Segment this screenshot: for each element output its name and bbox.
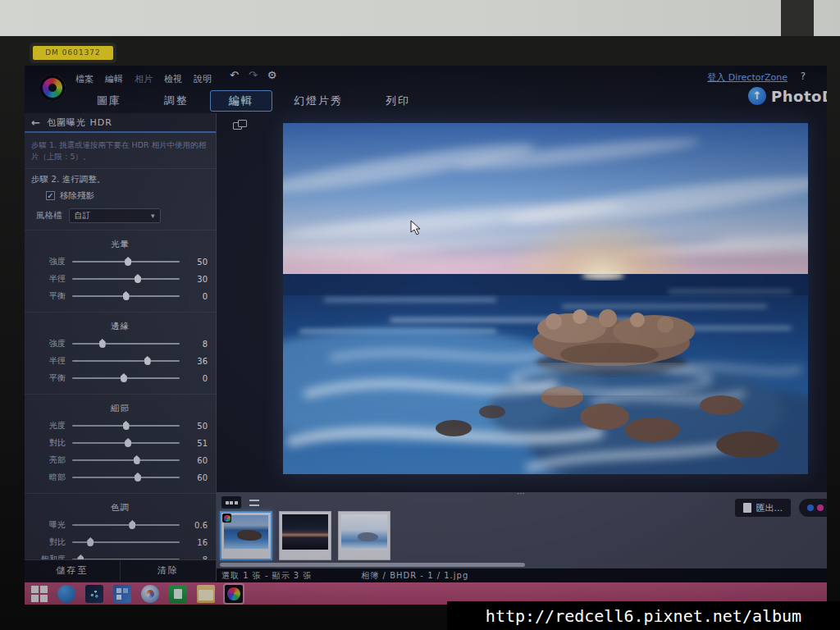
slider-row: 亮部60: [25, 452, 216, 469]
slider-row: 對比51: [25, 435, 216, 452]
slider-track[interactable]: [72, 524, 180, 526]
slider-handle[interactable]: [125, 257, 131, 266]
compare-view-icon[interactable]: [233, 120, 247, 130]
thumbnail-1[interactable]: [220, 511, 272, 560]
slider-row: 平衡0: [25, 370, 216, 387]
slider-handle[interactable]: [99, 339, 106, 348]
slider-track[interactable]: [72, 261, 180, 262]
ie-icon[interactable]: [57, 585, 75, 603]
slider-track[interactable]: [72, 425, 180, 427]
slider-track[interactable]: [72, 295, 180, 297]
horizontal-scrollbar[interactable]: [220, 563, 525, 567]
slider-handle[interactable]: [121, 373, 127, 382]
slider-row: 半徑30: [25, 271, 216, 288]
brand-name: PhotoDi: [771, 88, 827, 105]
gear-icon[interactable]: ⚙: [267, 69, 277, 81]
thumbnail-2[interactable]: [279, 511, 331, 560]
album-path: 相簿 / BHDR - 1 / 1.jpg: [361, 570, 468, 582]
slider-value: 50: [186, 422, 208, 431]
slider-track[interactable]: [72, 278, 180, 280]
share-button[interactable]: 分享: [799, 499, 827, 517]
slider-track[interactable]: [72, 477, 180, 478]
slider-handle[interactable]: [135, 274, 141, 283]
status-bar: 選取 1 張 - 顯示 3 張 相簿 / BHDR - 1 / 1.jpg: [217, 568, 827, 582]
slider-handle[interactable]: [123, 291, 130, 300]
undo-icon[interactable]: ↶: [230, 69, 239, 81]
slider-label: 光度: [30, 420, 66, 431]
menu-photo[interactable]: 相片: [135, 73, 153, 85]
folder-icon[interactable]: [197, 585, 215, 603]
start-icon[interactable]: [31, 586, 48, 602]
tab-library[interactable]: 圖庫: [75, 90, 143, 112]
clear-button[interactable]: 清除: [120, 560, 216, 581]
back-arrow-icon[interactable]: ←: [31, 116, 40, 129]
divider: [25, 394, 216, 395]
tiles-icon[interactable]: [113, 585, 131, 603]
redo-icon[interactable]: ↷: [249, 69, 258, 81]
tab-adjustment[interactable]: 調整: [143, 90, 210, 112]
asset-sticker: DM 0601372: [33, 46, 113, 60]
photodirector-window: 檔案 編輯 相片 檢視 說明 ↶ ↷ ⚙ 登入 DirectorZone ? 圖…: [25, 66, 827, 605]
store-icon[interactable]: [169, 585, 187, 603]
photo-browser-panel: ⋯ 匯出...: [217, 492, 827, 568]
media-icon[interactable]: [141, 585, 159, 603]
slider-value: 30: [186, 275, 208, 284]
help-icon[interactable]: ?: [801, 71, 806, 82]
selection-count: 選取 1 張 - 顯示 3 張: [221, 570, 312, 582]
group-title: 邊緣: [25, 321, 216, 332]
save-to-button[interactable]: 儲存至: [25, 560, 120, 581]
menu-edit[interactable]: 編輯: [105, 73, 123, 85]
panel-header: ← 包圍曝光 HDR: [25, 113, 216, 133]
thumbnail-strip: [220, 511, 390, 560]
slider-label: 亮部: [30, 454, 66, 466]
panel-title: 包圍曝光 HDR: [47, 116, 112, 129]
preset-dropdown[interactable]: 自訂 ▾: [69, 208, 161, 223]
menu-bar: 檔案 編輯 相片 檢視 說明: [75, 71, 212, 87]
slider-track[interactable]: [72, 541, 180, 543]
slider-handle[interactable]: [134, 455, 140, 464]
slider-handle[interactable]: [125, 438, 131, 447]
menu-view[interactable]: 檢視: [164, 73, 182, 85]
list-view-button[interactable]: [244, 496, 264, 509]
slider-handle[interactable]: [135, 472, 141, 482]
slider-value: 36: [186, 357, 208, 366]
slider-handle[interactable]: [123, 421, 130, 430]
export-icon: [743, 503, 751, 513]
preset-value: 自訂: [75, 210, 91, 221]
slider-group: 光暈強度50半徑30平衡0: [25, 234, 216, 308]
slider-row: 半徑36: [25, 353, 216, 370]
slider-row: 曝光0.6: [25, 517, 216, 534]
deghost-checkbox[interactable]: ✓: [46, 191, 55, 200]
slider-track[interactable]: [72, 377, 180, 379]
slider-row: 對比16: [25, 534, 216, 551]
slider-handle[interactable]: [87, 537, 94, 546]
slider-row: 暗部60: [25, 469, 216, 486]
slider-track[interactable]: [72, 442, 180, 444]
sparkle-icon[interactable]: [85, 585, 103, 603]
tab-slideshow[interactable]: 幻燈片秀: [272, 90, 364, 112]
slider-track[interactable]: [72, 360, 180, 362]
tab-print[interactable]: 列印: [364, 90, 431, 112]
slider-value: 60: [186, 473, 208, 482]
slider-track[interactable]: [72, 343, 180, 345]
slider-label: 強度: [30, 256, 66, 267]
login-directorzone-link[interactable]: 登入 DirectorZone: [707, 71, 788, 84]
menu-file[interactable]: 檔案: [75, 73, 94, 85]
top-chrome: 檔案 編輯 相片 檢視 說明 ↶ ↷ ⚙ 登入 DirectorZone ? 圖…: [25, 66, 827, 113]
slider-handle[interactable]: [144, 356, 151, 365]
photodirector-active-icon[interactable]: [225, 585, 243, 603]
group-title: 光暈: [25, 239, 216, 250]
preset-row: 風格檔 自訂 ▾: [36, 208, 209, 223]
slider-handle[interactable]: [129, 520, 135, 529]
divider: [25, 168, 216, 169]
tab-edit[interactable]: 編輯: [210, 90, 272, 112]
slider-track[interactable]: [72, 459, 180, 461]
thumbnail-3[interactable]: [338, 511, 390, 560]
grid-view-button[interactable]: [221, 496, 241, 509]
export-button[interactable]: 匯出...: [735, 499, 792, 517]
photographed-monitor: DM 0601372 檔案 編輯 相片 檢視 說明 ↶ ↷ ⚙ 登入 Direc…: [0, 0, 840, 630]
menu-help[interactable]: 說明: [194, 73, 212, 85]
divider: [25, 312, 216, 313]
slider-label: 對比: [30, 536, 66, 548]
panel-resize-handle[interactable]: ⋯: [217, 489, 827, 498]
